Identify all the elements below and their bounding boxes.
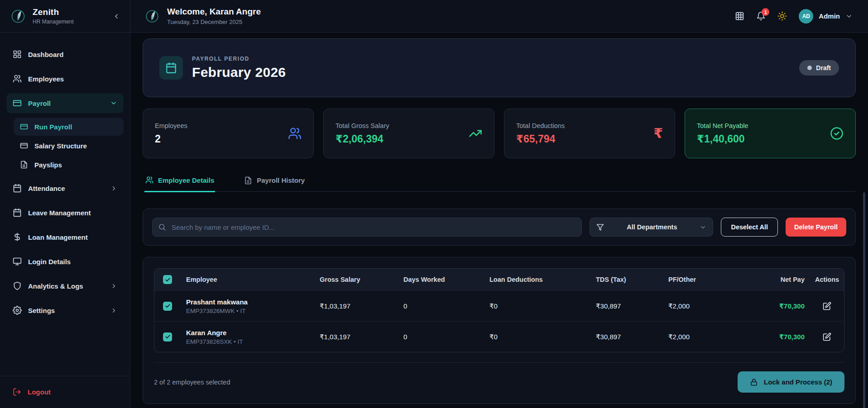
sidebar-item-label: Salary Structure bbox=[34, 142, 87, 150]
credit-card-icon bbox=[13, 99, 22, 108]
sidebar-item-loan-management[interactable]: Loan Management bbox=[6, 227, 124, 247]
delete-payroll-button[interactable]: Delete Payroll bbox=[786, 218, 846, 237]
app-name: Zenith bbox=[33, 7, 111, 17]
sidebar-item-label: Settings bbox=[28, 307, 55, 314]
days-worked-value: 0 bbox=[398, 333, 484, 341]
status-badge: Draft bbox=[799, 60, 839, 76]
stat-card-deductions: Total Deductions ₹65,794 ₹ bbox=[504, 109, 675, 158]
department-filter[interactable]: All Departments bbox=[590, 218, 713, 237]
gross-salary-value: ₹1,03,197 bbox=[314, 302, 398, 310]
users-icon bbox=[288, 127, 302, 140]
sidebar-item-dashboard[interactable]: Dashboard bbox=[6, 44, 124, 64]
main-area: Welcome, Karan Angre Tuesday, 23 Decembe… bbox=[130, 0, 868, 408]
stat-card-gross-salary: Total Gross Salary ₹2,06,394 bbox=[323, 109, 494, 158]
sidebar-item-label: Employees bbox=[28, 75, 64, 83]
chevron-right-icon bbox=[110, 185, 117, 192]
app-logo-icon bbox=[9, 7, 27, 25]
calendar-icon bbox=[159, 56, 183, 80]
sidebar-item-label: Payslips bbox=[34, 161, 62, 169]
monitor-icon bbox=[13, 257, 22, 266]
sidebar-item-payroll[interactable]: Payroll bbox=[6, 93, 124, 113]
stat-card-net-payable: Total Net Payable ₹1,40,600 bbox=[685, 109, 856, 158]
column-header-tds: TDS (Tax) bbox=[590, 276, 663, 283]
sidebar-logo-row: Zenith HR Management bbox=[0, 0, 130, 33]
stats-row: Employees 2 Total Gross Salary ₹2,06,394 bbox=[143, 109, 856, 158]
scrollbar-thumb[interactable] bbox=[863, 192, 865, 408]
payroll-table-card: Employee Gross Salary Days Worked Loan D… bbox=[143, 257, 856, 404]
payroll-submenu: Run Payroll Salary Structure Payslips bbox=[14, 118, 124, 174]
row-checkbox[interactable] bbox=[163, 302, 172, 311]
sidebar: Zenith HR Management Dashboard Employees… bbox=[0, 0, 130, 408]
sidebar-item-label: Run Payroll bbox=[34, 123, 72, 131]
payroll-period-card: PAYROLL PERIOD February 2026 Draft bbox=[143, 38, 856, 97]
column-header-gross-salary: Gross Salary bbox=[314, 276, 398, 283]
edit-row-icon[interactable] bbox=[823, 332, 831, 341]
status-dot-icon bbox=[807, 66, 812, 70]
search-icon bbox=[158, 223, 166, 231]
logout-button[interactable]: Logout bbox=[6, 382, 124, 402]
tabs: Employee Details Payroll History bbox=[143, 173, 856, 192]
sidebar-footer: Logout bbox=[0, 376, 130, 408]
loan-deduction-value: ₹0 bbox=[484, 333, 590, 341]
table-row: Prashant makwana EMP373826MWK • IT ₹1,03… bbox=[154, 290, 844, 321]
check-circle-icon bbox=[830, 127, 844, 140]
gross-salary-value: ₹1,03,197 bbox=[314, 333, 398, 341]
sidebar-item-payslips[interactable]: Payslips bbox=[14, 156, 124, 174]
period-value: February 2026 bbox=[192, 65, 286, 80]
sidebar-item-leave-management[interactable]: Leave Management bbox=[6, 203, 124, 223]
sidebar-item-analytics-logs[interactable]: Analytics & Logs bbox=[6, 276, 124, 296]
calendar-icon bbox=[13, 184, 22, 193]
sidebar-item-login-details[interactable]: Login Details bbox=[6, 251, 124, 271]
sidebar-item-label: Payroll bbox=[28, 100, 51, 107]
sidebar-collapse-icon[interactable] bbox=[111, 11, 122, 22]
theme-sun-icon[interactable] bbox=[777, 11, 787, 21]
column-header-actions: Actions bbox=[810, 276, 844, 283]
apps-grid-icon[interactable] bbox=[735, 11, 744, 21]
notifications-bell-icon[interactable]: 1 bbox=[756, 11, 766, 21]
current-date: Tuesday, 23 December 2025 bbox=[167, 19, 261, 25]
tab-payroll-history[interactable]: Payroll History bbox=[243, 173, 306, 191]
lock-and-process-button[interactable]: Lock and Process (2) bbox=[738, 371, 844, 393]
sidebar-item-employees[interactable]: Employees bbox=[6, 69, 124, 89]
sidebar-item-label: Analytics & Logs bbox=[28, 282, 83, 290]
app-tagline: HR Management bbox=[33, 19, 111, 25]
shield-icon bbox=[13, 281, 22, 290]
trending-up-icon bbox=[469, 127, 482, 140]
credit-card-icon bbox=[20, 123, 28, 131]
file-text-icon bbox=[20, 161, 28, 169]
select-all-checkbox[interactable] bbox=[163, 275, 172, 284]
days-worked-value: 0 bbox=[398, 302, 484, 310]
page-content: PAYROLL PERIOD February 2026 Draft Emplo… bbox=[130, 33, 868, 408]
chevron-right-icon bbox=[110, 307, 117, 314]
tds-value: ₹30,897 bbox=[590, 302, 663, 310]
logout-label: Logout bbox=[28, 388, 51, 396]
tds-value: ₹30,897 bbox=[590, 333, 663, 341]
edit-row-icon[interactable] bbox=[823, 302, 831, 310]
department-filter-value: All Departments bbox=[604, 223, 700, 231]
table-footer: 2 of 2 employees selected Lock and Proce… bbox=[154, 362, 844, 393]
column-header-loan-deductions: Loan Deductions bbox=[484, 276, 590, 283]
chevron-down-icon bbox=[700, 224, 706, 231]
chevron-down-icon bbox=[110, 100, 117, 107]
sidebar-item-salary-structure[interactable]: Salary Structure bbox=[14, 137, 124, 155]
selection-count-text: 2 of 2 employees selected bbox=[154, 379, 230, 386]
header-logo-icon bbox=[143, 7, 161, 25]
net-pay-value: ₹70,300 bbox=[735, 333, 810, 341]
period-label: PAYROLL PERIOD bbox=[192, 56, 286, 62]
sidebar-item-label: Loan Management bbox=[28, 233, 88, 241]
avatar[interactable]: AD bbox=[799, 9, 813, 24]
user-menu-chevron-icon[interactable] bbox=[845, 13, 853, 20]
gear-icon bbox=[13, 306, 22, 315]
calendar-icon bbox=[13, 208, 22, 217]
credit-card-icon bbox=[20, 142, 28, 150]
sidebar-item-settings[interactable]: Settings bbox=[6, 300, 124, 320]
dollar-icon bbox=[13, 232, 22, 242]
search-input[interactable] bbox=[152, 218, 582, 237]
tab-employee-details[interactable]: Employee Details bbox=[144, 173, 215, 192]
sidebar-item-run-payroll[interactable]: Run Payroll bbox=[14, 118, 124, 136]
welcome-title: Welcome, Karan Angre bbox=[167, 7, 261, 17]
row-checkbox[interactable] bbox=[163, 332, 172, 342]
deselect-all-button[interactable]: Deselect All bbox=[721, 218, 778, 237]
pf-other-value: ₹2,000 bbox=[663, 302, 735, 310]
sidebar-item-attendance[interactable]: Attendance bbox=[6, 178, 124, 198]
